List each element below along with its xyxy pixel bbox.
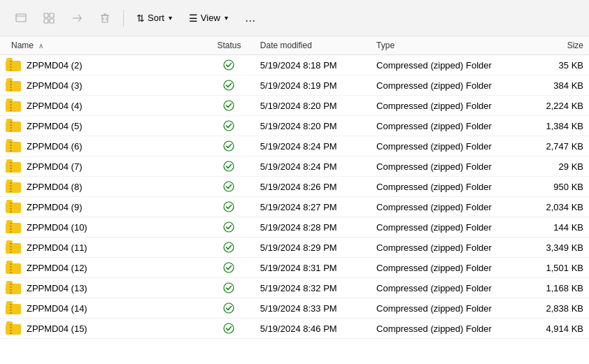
sync-status-icon: [209, 201, 249, 212]
file-name: ZPPMD04 (9): [27, 202, 82, 212]
more-options-button[interactable]: ...: [238, 6, 263, 31]
file-status-cell-6: [204, 177, 255, 197]
table-row[interactable]: ZPPMD04 (13) 5/19/2024 8:32 PMCompressed…: [0, 278, 589, 298]
file-size-cell-9: 3,349 KB: [516, 238, 589, 258]
file-date-cell-8: 5/19/2024 8:28 PM: [255, 217, 371, 238]
sync-status-icon: [209, 282, 249, 293]
file-status-cell-2: [204, 96, 255, 116]
toolbar-delete-button[interactable]: [92, 6, 118, 31]
svg-point-17: [224, 182, 234, 191]
table-row[interactable]: ZPPMD04 (11) 5/19/2024 8:29 PMCompressed…: [0, 238, 589, 258]
file-name-cell-9: ZPPMD04 (11): [0, 238, 204, 258]
zip-folder-icon: [6, 79, 21, 92]
file-size-cell-8: 144 KB: [516, 217, 589, 238]
file-status-cell-8: [204, 217, 255, 238]
sync-status-icon: [209, 221, 249, 233]
zip-folder-icon: [6, 221, 21, 233]
file-status-cell-9: [204, 238, 255, 258]
file-size-cell-3: 1,384 KB: [516, 116, 589, 136]
file-date-cell-12: 5/19/2024 8:33 PM: [255, 298, 371, 319]
col-header-name[interactable]: Name ∧: [0, 36, 204, 55]
col-header-date[interactable]: Date modified: [255, 36, 371, 55]
sort-chevron-icon: ▾: [169, 14, 172, 22]
file-size-cell-7: 2,034 KB: [516, 197, 589, 217]
file-type-cell-10: Compressed (zipped) Folder: [371, 258, 516, 278]
zip-folder-icon: [6, 99, 21, 112]
zip-folder-icon: [6, 201, 21, 213]
file-name: ZPPMD04 (15): [27, 323, 87, 334]
file-size-cell-13: 4,914 KB: [516, 319, 589, 339]
file-type-cell-12: Compressed (zipped) Folder: [371, 298, 516, 319]
col-header-size[interactable]: Size: [516, 36, 589, 55]
table-row[interactable]: ZPPMD04 (7) 5/19/2024 8:24 PMCompressed …: [0, 156, 589, 177]
file-status-cell-4: [204, 136, 255, 156]
file-name-cell-8: ZPPMD04 (10): [0, 217, 204, 238]
file-size-cell-0: 35 KB: [516, 55, 589, 75]
toolbar-divider: [123, 10, 124, 27]
file-size-cell-12: 2,838 KB: [516, 298, 589, 319]
toolbar-back-button[interactable]: [8, 6, 34, 31]
file-name: ZPPMD04 (12): [27, 263, 87, 273]
file-status-cell-5: [204, 156, 255, 177]
file-status-cell-7: [204, 197, 255, 217]
more-icon: ...: [245, 10, 255, 25]
file-name: ZPPMD04 (13): [27, 283, 87, 293]
file-name-cell-6: ZPPMD04 (8): [0, 177, 204, 197]
file-status-cell-11: [204, 278, 255, 298]
file-name-cell-7: ZPPMD04 (9): [0, 197, 204, 217]
table-row[interactable]: ZPPMD04 (5) 5/19/2024 8:20 PMCompressed …: [0, 116, 589, 136]
svg-point-22: [224, 283, 234, 293]
file-name: ZPPMD04 (14): [27, 303, 87, 314]
toolbar: ⇅ Sort ▾ ☰ View ▾ ...: [0, 0, 589, 36]
svg-rect-3: [50, 13, 54, 17]
table-row[interactable]: ZPPMD04 (4) 5/19/2024 8:20 PMCompressed …: [0, 96, 589, 116]
table-row[interactable]: ZPPMD04 (8) 5/19/2024 8:26 PMCompressed …: [0, 177, 589, 197]
zip-folder-icon: [6, 241, 21, 254]
file-name: ZPPMD04 (2): [27, 60, 82, 71]
svg-rect-4: [44, 19, 48, 23]
file-name-cell-2: ZPPMD04 (4): [0, 96, 204, 116]
file-type-cell-8: Compressed (zipped) Folder: [371, 217, 516, 238]
svg-point-11: [224, 60, 234, 70]
svg-point-24: [224, 323, 234, 333]
file-type-cell-2: Compressed (zipped) Folder: [371, 96, 516, 116]
file-name-cell-11: ZPPMD04 (13): [0, 278, 204, 298]
file-list: Name ∧ Status Date modified Type Size: [0, 36, 589, 364]
zip-folder-icon: [6, 140, 21, 152]
svg-point-18: [224, 202, 234, 212]
file-date-cell-3: 5/19/2024 8:20 PM: [255, 116, 371, 136]
table-row[interactable]: ZPPMD04 (9) 5/19/2024 8:27 PMCompressed …: [0, 197, 589, 217]
file-date-cell-4: 5/19/2024 8:24 PM: [255, 136, 371, 156]
table-row[interactable]: ZPPMD04 (10) 5/19/2024 8:28 PMCompressed…: [0, 217, 589, 238]
table-row[interactable]: ZPPMD04 (12) 5/19/2024 8:31 PMCompressed…: [0, 258, 589, 278]
file-name: ZPPMD04 (11): [27, 242, 87, 253]
toolbar-layout-button[interactable]: [36, 6, 62, 31]
file-size-cell-2: 2,224 KB: [516, 96, 589, 116]
table-row[interactable]: ZPPMD04 (6) 5/19/2024 8:24 PMCompressed …: [0, 136, 589, 156]
file-size-cell-6: 950 KB: [516, 177, 589, 197]
zip-folder-icon: [6, 322, 21, 335]
toolbar-share-button[interactable]: [64, 6, 90, 31]
file-name-cell-13: ZPPMD04 (15): [0, 319, 204, 339]
file-type-cell-4: Compressed (zipped) Folder: [371, 136, 516, 156]
file-type-cell-7: Compressed (zipped) Folder: [371, 197, 516, 217]
sync-status-icon: [209, 181, 249, 192]
view-button[interactable]: ☰ View ▾: [182, 8, 235, 28]
file-name: ZPPMD04 (5): [27, 121, 82, 131]
table-row[interactable]: ZPPMD04 (15) 5/19/2024 8:46 PMCompressed…: [0, 319, 589, 339]
col-header-type[interactable]: Type: [371, 36, 516, 55]
table-row[interactable]: ZPPMD04 (3) 5/19/2024 8:19 PMCompressed …: [0, 75, 589, 96]
file-size-cell-1: 384 KB: [516, 75, 589, 96]
file-type-cell-11: Compressed (zipped) Folder: [371, 278, 516, 298]
sync-status-icon: [209, 140, 249, 152]
sort-button[interactable]: ⇅ Sort ▾: [129, 8, 179, 28]
file-status-cell-12: [204, 298, 255, 319]
table-row[interactable]: ZPPMD04 (14) 5/19/2024 8:33 PMCompressed…: [0, 298, 589, 319]
sync-status-icon: [209, 80, 249, 91]
zip-folder-icon: [6, 282, 21, 294]
file-size-cell-10: 1,501 KB: [516, 258, 589, 278]
svg-point-14: [224, 121, 234, 131]
table-row[interactable]: ZPPMD04 (2) 5/19/2024 8:18 PMCompressed …: [0, 55, 589, 75]
col-header-status[interactable]: Status: [204, 36, 255, 55]
file-type-cell-6: Compressed (zipped) Folder: [371, 177, 516, 197]
